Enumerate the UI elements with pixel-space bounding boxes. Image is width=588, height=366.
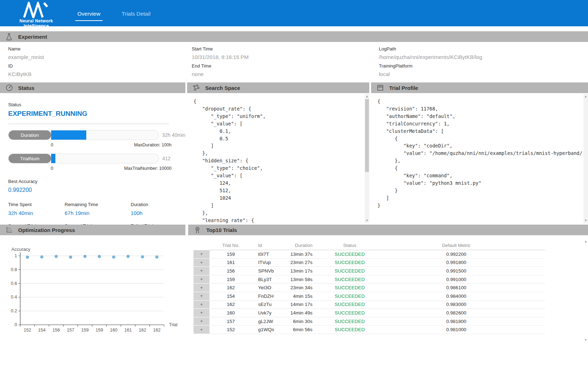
expand-row-button[interactable]: + [194,301,209,309]
experiment-field: Start Time10/31/2018, 8:16:15 PM [192,46,249,60]
experiment-info: Nameexample_mnistIDKCiBytKB Start Time10… [0,42,588,82]
column-header-status: Status [312,243,387,248]
progress-current-value: 32h 40min [162,132,185,138]
status-panel: Status Status EXPERIMENT_RUNNING Duratio… [0,82,185,224]
nni-logo: Neural Network Intelligence [8,2,65,28]
progress-current-value: 412 [162,156,170,161]
gauge-icon [5,84,13,92]
tab-overview[interactable]: Overview [75,11,103,21]
duration-cell: 6min 30s [277,319,312,324]
progress-bar: TrialNum [8,154,159,163]
svg-text:154: 154 [38,328,45,333]
scrollbar-thumb[interactable] [365,99,369,172]
svg-text:Trial: Trial [169,322,178,327]
default-metric-cell: 0.983000 [387,302,526,307]
scroll-down-icon[interactable]: ▼ [365,219,369,222]
trial-id-cell: Uvk7y [252,310,277,316]
duration-cell: 14min 17s [277,302,312,307]
status-label: Status [8,102,185,107]
top10-trials-title: Top10 Trials [206,227,237,233]
field-label: End Time [192,63,249,69]
trial-profile-title: Trial Profile [389,85,418,91]
expand-row-button[interactable]: + [194,317,209,326]
top-navbar: Neural Network Intelligence OverviewTria… [0,0,588,26]
svg-text:161: 161 [124,328,132,333]
expand-row-button[interactable]: + [194,325,209,334]
trial-no-cell: 162 [209,285,252,290]
medal-icon [194,226,201,234]
duration-cell: 13min 37s [277,252,312,257]
default-metric-cell: 0.991000 [387,277,526,282]
status-cell: SUCCEEDED [312,252,387,257]
field-value: KCiBytKB [8,71,44,77]
trial-no-cell: 161 [209,260,252,265]
status-panel-title: Status [18,85,34,91]
flask-icon [5,33,13,41]
trial-id-cell: SPNVb [252,268,277,274]
svg-text:162: 162 [153,328,160,333]
stat-value: 100h [131,210,185,216]
progress-max-label: MaxTrialNumber: 10000 [124,166,172,171]
trial-profile-scrollbar[interactable]: ▲ ▼ [583,94,588,223]
nav-tabs: OverviewTrials Detail [75,11,153,21]
field-label: Start Time [192,46,249,52]
duration-progress: Duration32h 40min0MaxDuration: 100h [8,130,185,147]
svg-text:Accuracy: Accuracy [11,247,31,252]
trial-id-cell: gL2JW [252,319,277,324]
trial-no-cell: 152 [209,327,252,332]
scroll-down-icon[interactable]: ▼ [583,338,588,341]
default-metric-cell: 0.992200 [387,252,526,257]
field-label: ID [8,63,44,69]
progress-bar: Duration [8,130,159,140]
scroll-up-icon[interactable]: ▲ [583,95,588,98]
top10-trials-panel: Top10 Trials Trial No.IdDurationStatusDe… [188,225,588,366]
progress-bar-fill [51,154,55,163]
expand-row-button[interactable]: + [194,284,209,292]
scroll-down-icon[interactable]: ▼ [583,219,588,222]
experiment-field: End Timenone [192,63,249,77]
accuracy-scatter-chart: Accuracy00.20.40.60.81152154156157159159… [0,235,185,366]
svg-text:152: 152 [24,328,31,333]
trial-no-cell: 162 [209,302,252,307]
trial-profile-json: { "revision": 11768, "authorName": "defa… [371,93,588,223]
best-accuracy-value: 0.992200 [8,187,185,193]
status-cell: SUCCEEDED [312,294,387,299]
trial-id-cell: sEzTu [252,302,277,307]
progress-min-label: 0 [51,142,53,147]
default-metric-cell: 0.986100 [387,285,526,290]
top10-table-header: Trial No.IdDurationStatusDefault Metric [209,241,545,250]
svg-text:0.4: 0.4 [11,295,17,300]
column-header-id: Id [252,243,277,248]
expand-row-button[interactable]: + [194,250,209,259]
status-cell: SUCCEEDED [312,268,387,274]
tab-trials-detail[interactable]: Trials Detail [120,11,153,21]
progress-bar-fill [51,130,86,140]
expand-row-button[interactable]: + [194,292,209,301]
default-metric-cell: 0.984000 [387,294,526,299]
scroll-up-icon[interactable]: ▲ [365,95,369,98]
svg-text:157: 157 [67,328,74,333]
default-metric-cell: 0.991500 [387,268,526,274]
best-accuracy-label: Best Accuracy [8,179,185,184]
trial-no-cell: 159 [209,277,252,282]
search-space-panel: Search Space { "dropout_rate": { "_type"… [187,82,369,224]
svg-text:0: 0 [15,322,17,327]
top10-scrollbar[interactable]: ▲ ▼ [583,239,588,343]
experiment-field: Nameexample_mnist [8,46,44,60]
progress-bar-label: TrialNum [9,154,51,163]
scroll-up-icon[interactable]: ▲ [583,240,588,243]
trial-id-cell: g1WQs [252,327,277,332]
expand-row-button[interactable]: + [194,259,209,267]
trial-no-cell: 156 [209,268,252,274]
search-space-scrollbar[interactable]: ▲ ▼ [365,94,369,223]
svg-text:0.8: 0.8 [11,267,17,272]
duration-cell: 13min 17s [277,268,312,274]
default-metric-cell: 0.991800 [387,260,526,265]
trial-no-cell: 159 [209,252,252,257]
trial-id-cell: FnDZH [252,294,277,299]
field-value: none [192,71,249,77]
progress-max-label: MaxDuration: 100h [134,142,172,147]
expand-row-button[interactable]: + [194,309,209,317]
expand-row-button[interactable]: + [194,275,209,284]
expand-row-button[interactable]: + [194,267,209,275]
